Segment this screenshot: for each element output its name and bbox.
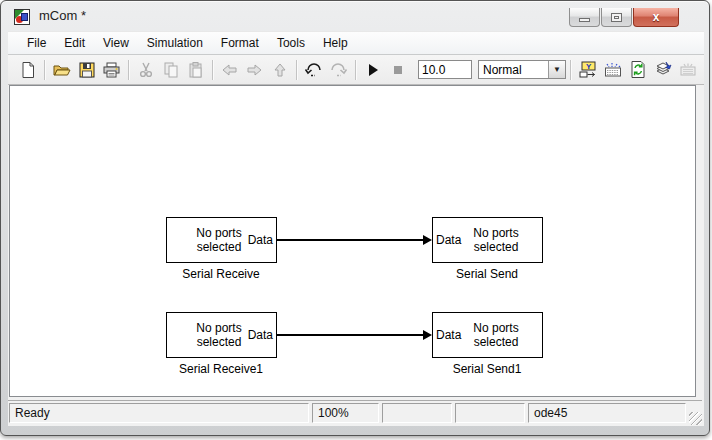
- update-diagram-icon: [629, 60, 647, 79]
- print-button[interactable]: [99, 58, 124, 82]
- minimize-icon: [579, 18, 590, 22]
- status-cell-empty1: [382, 403, 452, 423]
- back-arrow-icon: [220, 61, 239, 79]
- forward-arrow-icon: [245, 61, 264, 79]
- close-icon: x: [653, 11, 660, 23]
- menu-simulation[interactable]: Simulation: [138, 32, 212, 54]
- up-arrow-icon: [271, 61, 289, 79]
- redo-icon: [329, 61, 348, 79]
- stop-simulation-button: [385, 58, 410, 82]
- start-simulation-button[interactable]: [360, 58, 385, 82]
- back-button: [217, 58, 242, 82]
- open-icon: [52, 61, 71, 79]
- up-to-parent-button: [267, 58, 292, 82]
- input-port-label: Data: [436, 328, 461, 342]
- title-bar[interactable]: mCom * x: [1, 1, 709, 31]
- signal-line[interactable]: [277, 334, 423, 336]
- window-title: mCom *: [39, 8, 86, 23]
- simulation-stop-time-input[interactable]: [418, 60, 472, 79]
- output-port-label: Data: [248, 328, 273, 342]
- minimize-button[interactable]: [569, 8, 600, 27]
- save-model-button[interactable]: [74, 58, 99, 82]
- undo-icon: [304, 61, 323, 79]
- menu-tools[interactable]: Tools: [268, 32, 314, 54]
- forward-button: [242, 58, 267, 82]
- block-caption-serial-send1[interactable]: Serial Send1: [453, 362, 522, 376]
- target-connect-button: [675, 58, 700, 82]
- status-message: Ready: [9, 403, 309, 423]
- undo-button[interactable]: [301, 58, 326, 82]
- save-icon: [78, 61, 96, 79]
- block-serial-send1[interactable]: Data No portsselected: [432, 312, 543, 358]
- paste-button: [183, 58, 208, 82]
- model-browser-icon: Y: [578, 60, 598, 79]
- block-body-text: No portsselected: [460, 321, 532, 349]
- cut-button: [133, 58, 158, 82]
- close-button[interactable]: x: [633, 8, 679, 27]
- menu-file[interactable]: File: [18, 32, 55, 54]
- open-model-button[interactable]: [49, 58, 74, 82]
- library-browser-button[interactable]: [600, 58, 625, 82]
- block-body-text: No portsselected: [183, 226, 255, 254]
- menu-view[interactable]: View: [94, 32, 138, 54]
- maximize-button[interactable]: [601, 8, 632, 27]
- build-icon: [653, 60, 673, 79]
- solver-name: ode45: [528, 403, 686, 423]
- signal-arrowhead: [423, 235, 432, 245]
- signal-line[interactable]: [277, 239, 423, 241]
- copy-button: [158, 58, 183, 82]
- cut-icon: [137, 61, 155, 79]
- signal-arrowhead: [423, 330, 432, 340]
- print-icon: [102, 61, 121, 79]
- resize-grip-icon[interactable]: [689, 412, 702, 425]
- update-diagram-button[interactable]: [625, 58, 650, 82]
- menu-format[interactable]: Format: [212, 32, 268, 54]
- target-disabled-icon: [678, 60, 698, 79]
- svg-text:Y: Y: [586, 62, 592, 71]
- output-port-label: Data: [248, 233, 273, 247]
- menu-help[interactable]: Help: [314, 32, 357, 54]
- model-canvas[interactable]: No portsselected Data Data No portsselec…: [9, 85, 696, 397]
- block-serial-receive[interactable]: No portsselected Data: [166, 217, 277, 263]
- zoom-level: 100%: [312, 403, 379, 423]
- menu-bar: File Edit View Simulation Format Tools H…: [8, 31, 704, 55]
- block-body-text: No portsselected: [460, 226, 532, 254]
- toolbar: Normal ▼ Y: [8, 55, 704, 85]
- library-browser-icon: [603, 60, 623, 79]
- input-port-label: Data: [436, 233, 461, 247]
- block-caption-serial-receive1[interactable]: Serial Receive1: [179, 362, 263, 376]
- block-caption-serial-receive[interactable]: Serial Receive: [182, 267, 259, 281]
- block-caption-serial-send[interactable]: Serial Send: [456, 267, 518, 281]
- stop-icon: [391, 63, 405, 77]
- redo-button: [326, 58, 351, 82]
- build-all-button[interactable]: [650, 58, 675, 82]
- menu-edit[interactable]: Edit: [55, 32, 94, 54]
- simulation-mode-select[interactable]: Normal ▼: [478, 60, 566, 79]
- status-cell-empty2: [455, 403, 525, 423]
- copy-icon: [162, 61, 180, 79]
- block-serial-send[interactable]: Data No portsselected: [432, 217, 543, 263]
- block-serial-receive1[interactable]: No portsselected Data: [166, 312, 277, 358]
- paste-icon: [187, 61, 205, 79]
- simulink-model-icon: [14, 9, 30, 25]
- new-model-button[interactable]: [15, 58, 40, 82]
- block-body-text: No portsselected: [183, 321, 255, 349]
- new-icon: [19, 61, 37, 79]
- simulation-mode-value: Normal: [479, 63, 548, 77]
- model-browser-button[interactable]: Y: [575, 58, 600, 82]
- simulink-model-window: mCom * x File Edit View Simulation Forma…: [0, 0, 710, 436]
- play-icon: [365, 62, 381, 78]
- chevron-down-icon[interactable]: ▼: [548, 61, 565, 78]
- maximize-icon: [611, 13, 622, 22]
